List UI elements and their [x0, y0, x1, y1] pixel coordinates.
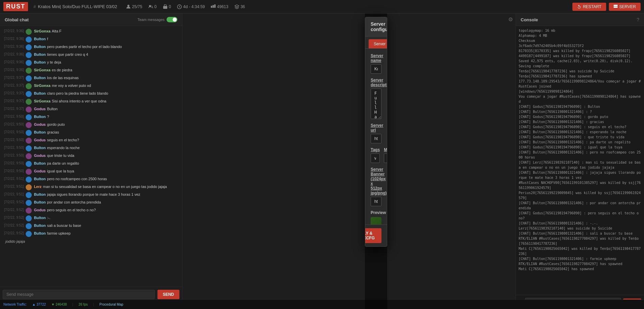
restart-button[interactable]: RESTART [572, 3, 606, 11]
send-button[interactable]: SEND [157, 290, 179, 299]
server-name-display: # Kratos Mini| Solo/Duo FULL-WIPE 03/02 [33, 4, 117, 9]
console-line: [CHAT] Godus[76561198194796090] : Bulton [519, 104, 641, 109]
apply-writecfg-button[interactable]: APPLY & WRITECFG [365, 228, 381, 243]
chat-message-row: [7/2/22, 9:37] Bultonclaro pero la piedr… [3, 90, 179, 98]
settings-icon[interactable]: ⚙ [508, 16, 513, 23]
tags-label: Tags [371, 147, 380, 152]
tab-server[interactable]: Server [369, 39, 387, 48]
modal-header: Server configurations × [365, 17, 387, 37]
stat2: 0 [148, 4, 157, 9]
team-messages-toggle-area: Team messages [138, 17, 177, 22]
entity-stat: 49613 [211, 4, 228, 9]
chat-message-row: [7/2/22, 9:36] Bultony te deja [3, 59, 179, 67]
status-bar: Network Traffic: ▲ 37722 ▼ 246438 | 26 f… [0, 300, 644, 309]
user-avatar [26, 192, 32, 198]
tags-input[interactable] [371, 153, 380, 163]
chat-message-row: [7/2/22, 9:52] Bultonpor andar con antor… [3, 199, 179, 207]
chat-message-row: [7/2/22, 9:51] Lerzman si tu sexualidad … [3, 184, 179, 191]
user-avatar [26, 83, 32, 89]
user-avatar [26, 169, 32, 175]
user-avatar [26, 75, 32, 81]
maxplayers-input[interactable] [384, 153, 387, 163]
chat-message-row: [7/2/22, 9:52] Goduspero seguis en el te… [3, 207, 179, 214]
preview-image: Kratos-Mini [371, 217, 381, 224]
svg-line-3 [152, 7, 153, 8]
chat-message-row: [7/2/22, 9:50] Bultonpa darte un regalit… [3, 160, 179, 168]
console-line: Perius20[76561199219009845] was killed b… [519, 190, 641, 200]
user-avatar [26, 184, 32, 190]
console-line: 4499187[4499187] was killed by frapz[765… [519, 53, 641, 58]
console-line: [CHAT] Bulton[76561198001321406] : sali … [519, 231, 641, 236]
server-config-modal: Server configurations × Server Map Misc … [365, 17, 387, 247]
console-line: Vou começar a jogar #RustCases[765611990… [519, 94, 641, 104]
user-avatar [26, 130, 32, 136]
svg-point-12 [617, 7, 617, 7]
svg-point-0 [127, 5, 129, 7]
center-panel: ⚙ Server configurations × Server Map Mis… [182, 14, 516, 309]
console-line: [CHAT] Bulton[76561198001321406] : jajaj… [519, 170, 641, 180]
server-button[interactable]: SERVER [609, 3, 641, 11]
chat-header: Global chat Team messages [0, 14, 182, 26]
user-avatar [26, 161, 32, 167]
chat-message-row: [7/2/22, 9:36] SirGonxaAlta F [3, 28, 179, 35]
console-line: RTK/ELIAN #RustCases[76561198277084297] … [519, 261, 641, 266]
server-url-label: Server url [371, 123, 381, 133]
rust-logo: RUST [3, 2, 28, 11]
user-avatar [26, 91, 32, 97]
svg-rect-8 [214, 4, 216, 8]
chat-input[interactable] [3, 290, 155, 299]
server-stats: 25/75 0 0 4d - 4:34:59 49613 36 [126, 4, 245, 9]
user-avatar [26, 99, 32, 105]
hash-icon: # [33, 4, 36, 9]
uptime-stat: 4d - 4:34:59 [177, 4, 205, 9]
chat-message-row: [7/2/22, 9:50] Godusseguis en el techo? [3, 137, 179, 144]
console-line: topologymap: 16 mb [519, 28, 641, 33]
modal-overlay: Server configurations × Server Map Misc … [365, 14, 387, 309]
preview-label: Preview [371, 210, 381, 215]
console-line: [CHAT] Bulton[76561198001321406] : pa da… [519, 140, 641, 145]
server-url-input[interactable] [371, 134, 381, 143]
user-avatar [26, 37, 32, 43]
user-avatar [26, 153, 32, 159]
chat-message-row: [7/2/22, 9:52] Bultonfarmie upkeep [3, 230, 179, 238]
chat-message-row: [7/2/22, 9:37] GodusBulton [3, 106, 179, 113]
svg-rect-6 [211, 6, 212, 8]
chat-message-row: [7/2/22, 9:50] Bultongracias [3, 129, 179, 137]
console-line: Mati C[76561198025665042] has spawned [519, 266, 641, 271]
console-header: Console ? [516, 14, 644, 26]
server-name-label: Server name [371, 53, 381, 63]
console-line: [CHAT] Bulton[76561198001321406] : graci… [519, 119, 641, 124]
user-avatar [26, 106, 32, 113]
console-line: [CHAT] Bulton[76561198001321406] : ? [519, 109, 641, 114]
topbar: RUST # Kratos Mini| Solo/Duo FULL-WIPE 0… [0, 0, 644, 14]
user-avatar [26, 145, 32, 151]
console-line: Ten$o[76561198417787236] was suicide by … [519, 69, 641, 74]
user-avatar [26, 44, 32, 50]
banner-input[interactable] [371, 197, 381, 206]
svg-point-2 [151, 6, 152, 7]
chat-message-row: [7/2/22, 9:50] Bulton? [3, 114, 179, 121]
main-layout: Global chat Team messages [7/2/22, 9:36]… [0, 14, 644, 309]
server-url-group: Server url [371, 123, 381, 143]
chat-message-row: [7/2/22, 9:50] Bultonesperando la noche [3, 145, 179, 152]
modal-footer: APPLY APPLY & WRITECFG [365, 224, 387, 246]
console-line: [CHAT] Godus[76561198194796090] : igual … [519, 145, 641, 150]
console-line: [CHAT] Lerz[76561198392107140] : man si … [519, 160, 641, 170]
chat-message-row: [7/2/22, 9:52] Bulton:-. [3, 215, 179, 222]
server-name-input[interactable] [371, 64, 381, 74]
chat-message-row: [7/2/22, 9:37] SirGonxaSisi ahora intent… [3, 98, 179, 105]
user-avatar [26, 138, 32, 144]
network-label: Network Traffic: [3, 303, 27, 306]
server-desc-textarea[interactable] [371, 89, 381, 119]
console-help-icon[interactable]: ? [637, 17, 639, 22]
modal-title: Server configurations [371, 21, 387, 32]
svg-rect-7 [213, 5, 214, 8]
console-line: Mati C[76561198025665042] was killed by … [519, 246, 641, 256]
chat-message-row: [7/2/22, 9:50] Godusgordo puto [3, 121, 179, 129]
modal-tabs: Server Map Misc Security Population [365, 37, 387, 49]
team-messages-toggle[interactable] [167, 17, 177, 22]
download-stat: ▼ 246438 [51, 303, 67, 306]
console-line: [CHAT] Bulton[76561198001321406] : por a… [519, 200, 641, 211]
console-panel: Console ? topologymap: 16 mbAlphamap: 4 … [516, 14, 644, 309]
procedural-map-link[interactable]: Procedural Map [99, 303, 123, 306]
